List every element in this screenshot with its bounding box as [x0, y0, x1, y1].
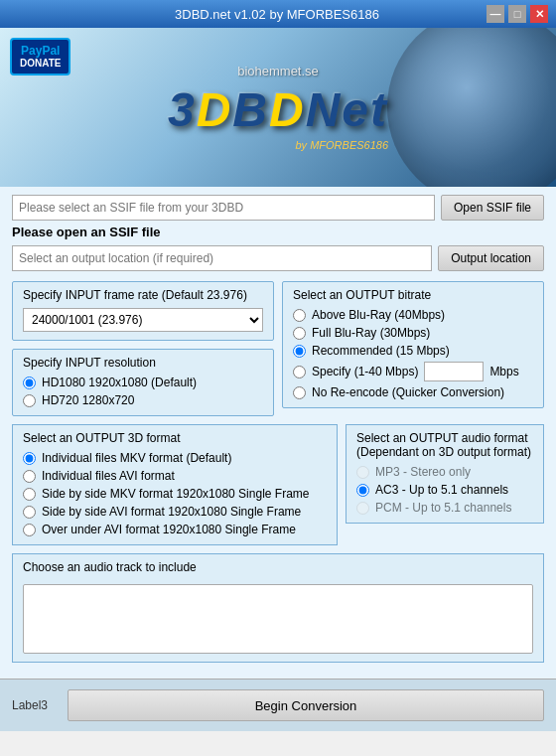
output-row: Output location	[12, 245, 544, 271]
format-3d-option-2[interactable]: Side by side MKV format 1920x1080 Single…	[23, 487, 327, 501]
disc-decoration	[387, 28, 556, 187]
bitrate-radio-2[interactable]	[293, 345, 306, 358]
middle-section: Specify INPUT frame rate (Default 23.976…	[12, 281, 544, 424]
site-text: biohemmet.se	[168, 64, 388, 78]
open-ssif-label: Please open an SSIF file	[12, 225, 544, 239]
resolution-label: Specify INPUT resolution	[23, 356, 263, 370]
bottom-bar: Label3 Begin Conversion	[0, 679, 556, 731]
bitrate-option-4[interactable]: No Re-encode (Quicker Conversion)	[293, 385, 533, 399]
app-logo: 3DBDNet	[168, 82, 388, 137]
begin-conversion-button[interactable]: Begin Conversion	[68, 689, 544, 721]
format-3d-column: Select an OUTPUT 3D format Individual fi…	[12, 424, 338, 553]
minimize-button[interactable]: —	[486, 5, 504, 23]
bitrate-radio-4[interactable]	[293, 386, 306, 399]
audio-format-radio-2[interactable]	[356, 502, 369, 515]
audio-format-radio-1[interactable]	[356, 484, 369, 497]
output-location-button[interactable]: Output location	[438, 245, 544, 271]
bitrate-section: Select an OUTPUT bitrate Above Blu-Ray (…	[282, 281, 544, 408]
ssif-input[interactable]	[12, 195, 435, 221]
title-bar-title: 3DBD.net v1.02 by MFORBES6186	[68, 7, 486, 22]
format-3d-label: Select an OUTPUT 3D format	[23, 431, 327, 445]
format-3d-radio-3[interactable]	[23, 506, 36, 519]
close-button[interactable]: ✕	[530, 5, 548, 23]
format-3d-option-0[interactable]: Individual files MKV format (Default)	[23, 451, 327, 465]
resolution-radio-group: HD1080 1920x1080 (Default) HD720 1280x72…	[23, 376, 263, 407]
format-3d-radio-0[interactable]	[23, 452, 36, 465]
left-column: Specify INPUT frame rate (Default 23.976…	[12, 281, 274, 424]
format-3d-option-4[interactable]: Over under AVI format 1920x1080 Single F…	[23, 523, 327, 536]
right-column: Select an OUTPUT bitrate Above Blu-Ray (…	[282, 281, 544, 424]
header-logo-area: biohemmet.se 3DBDNet by MFORBES6186	[168, 64, 388, 151]
main-content: Open SSIF file Please open an SSIF file …	[0, 187, 556, 679]
resolution-radio-1[interactable]	[23, 394, 36, 407]
resolution-option-0[interactable]: HD1080 1920x1080 (Default)	[23, 376, 263, 389]
maximize-button[interactable]: □	[508, 5, 526, 23]
label3: Label3	[12, 698, 48, 712]
bitrate-option-3[interactable]: Specify (1-40 Mbps) Mbps	[293, 362, 533, 381]
format-3d-radio-group: Individual files MKV format (Default) In…	[23, 451, 327, 536]
bitrate-radio-group: Above Blu-Ray (40Mbps) Full Blu-Ray (30M…	[293, 308, 533, 399]
format-3d-option-1[interactable]: Individual files AVI format	[23, 469, 327, 483]
audio-format-option-2[interactable]: PCM - Up to 5.1 channels	[356, 501, 533, 515]
donate-label: DONATE	[20, 58, 61, 70]
audio-format-option-0[interactable]: MP3 - Stereo only	[356, 465, 533, 479]
bottom-section: Select an OUTPUT 3D format Individual fi…	[12, 424, 544, 553]
open-ssif-button[interactable]: Open SSIF file	[441, 195, 544, 221]
paypal-label: PayPal	[21, 44, 60, 58]
frame-rate-select[interactable]: 24000/1001 (23.976) 25000/1000 (25.000) …	[23, 308, 263, 332]
resolution-section: Specify INPUT resolution HD1080 1920x108…	[12, 349, 274, 416]
audio-format-radio-0[interactable]	[356, 466, 369, 479]
format-3d-radio-2[interactable]	[23, 488, 36, 501]
bitrate-radio-0[interactable]	[293, 309, 306, 322]
bitrate-radio-1[interactable]	[293, 327, 306, 340]
ssif-row: Open SSIF file	[12, 195, 544, 221]
audio-track-label: Choose an audio track to include	[23, 560, 533, 574]
byline-text: by MFORBES6186	[168, 139, 388, 151]
audio-format-column: Select an OUTPUT audio format (Dependant…	[346, 424, 544, 553]
audio-format-section: Select an OUTPUT audio format (Dependant…	[346, 424, 544, 524]
format-3d-option-3[interactable]: Side by side AVI format 1920x1080 Single…	[23, 505, 327, 519]
bitrate-option-2[interactable]: Recommended (15 Mbps)	[293, 344, 533, 358]
frame-rate-section: Specify INPUT frame rate (Default 23.976…	[12, 281, 274, 341]
paypal-donate-button[interactable]: PayPal DONATE	[10, 38, 70, 76]
mbps-input[interactable]	[424, 362, 484, 381]
audio-format-option-1[interactable]: AC3 - Up to 5.1 channels	[356, 483, 533, 497]
frame-rate-label: Specify INPUT frame rate (Default 23.976…	[23, 288, 263, 302]
bitrate-option-1[interactable]: Full Blu-Ray (30Mbps)	[293, 326, 533, 340]
audio-format-label: Select an OUTPUT audio format (Dependant…	[356, 431, 533, 459]
format-3d-radio-4[interactable]	[23, 524, 36, 536]
bitrate-radio-3[interactable]	[293, 366, 306, 378]
bitrate-option-0[interactable]: Above Blu-Ray (40Mbps)	[293, 308, 533, 322]
title-bar: 3DBD.net v1.02 by MFORBES6186 — □ ✕	[0, 0, 556, 28]
audio-track-listbox[interactable]	[23, 584, 533, 654]
resolution-option-1[interactable]: HD720 1280x720	[23, 393, 263, 407]
title-bar-controls: — □ ✕	[486, 5, 548, 23]
format-3d-radio-1[interactable]	[23, 470, 36, 483]
audio-track-section: Choose an audio track to include	[12, 553, 544, 663]
format-3d-section: Select an OUTPUT 3D format Individual fi…	[12, 424, 338, 545]
header-area: PayPal DONATE biohemmet.se 3DBDNet by MF…	[0, 28, 556, 187]
audio-format-radio-group: MP3 - Stereo only AC3 - Up to 5.1 channe…	[356, 465, 533, 515]
output-location-input[interactable]	[12, 245, 432, 271]
resolution-radio-0[interactable]	[23, 377, 36, 389]
bitrate-label: Select an OUTPUT bitrate	[293, 288, 533, 302]
